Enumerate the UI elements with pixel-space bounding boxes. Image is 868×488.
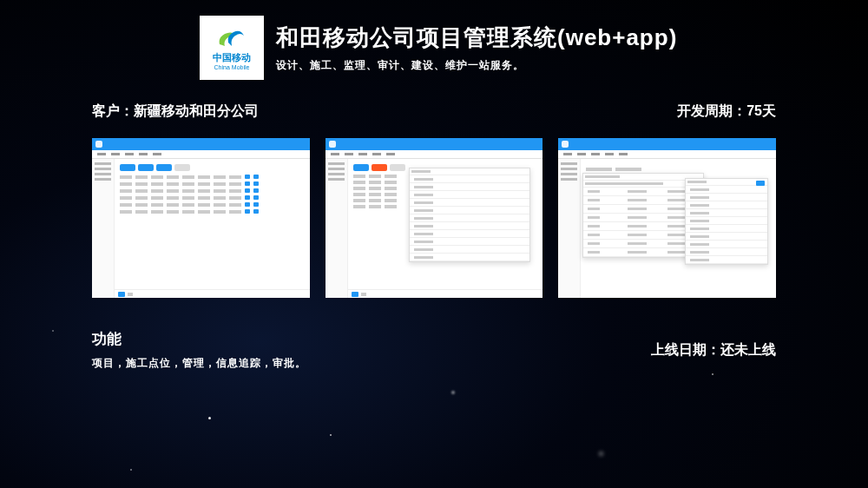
screenshot-3 <box>558 138 776 298</box>
screenshot-2 <box>326 138 543 298</box>
logo-icon <box>216 25 247 51</box>
screenshot-1 <box>92 138 310 298</box>
